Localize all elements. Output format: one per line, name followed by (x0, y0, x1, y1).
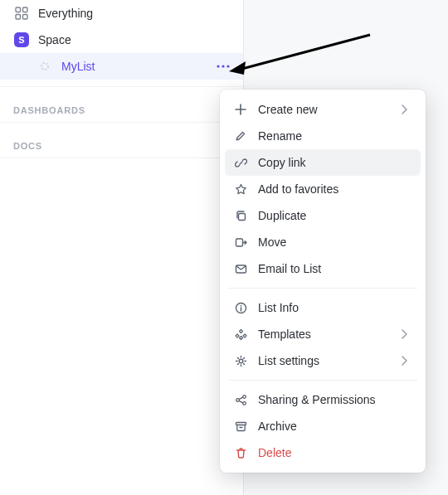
move-icon (233, 235, 248, 250)
svg-point-7 (226, 65, 229, 67)
menu-item-create-new[interactable]: Create new (225, 96, 421, 123)
mail-icon (233, 261, 248, 276)
chevron-right-icon (401, 356, 412, 366)
menu-item-copy-link[interactable]: Copy link (225, 149, 421, 176)
menu-item-label: Copy link (258, 156, 412, 169)
menu-item-move[interactable]: Move (225, 229, 421, 255)
menu-separator (228, 380, 417, 381)
archive-icon (233, 419, 248, 434)
context-menu: Create new Rename Copy link Add to favor… (220, 90, 426, 473)
menu-item-sharing-permissions[interactable]: Sharing & Permissions (225, 386, 421, 413)
link-icon (233, 155, 248, 170)
templates-icon (233, 327, 248, 342)
svg-rect-11 (236, 239, 242, 246)
gear-icon (233, 353, 248, 368)
star-icon (233, 182, 248, 197)
menu-item-archive[interactable]: Archive (225, 413, 421, 439)
chevron-right-icon (401, 104, 412, 114)
sidebar-item-label: MyList (61, 60, 213, 73)
svg-point-4 (41, 63, 48, 70)
svg-rect-10 (238, 213, 245, 220)
sidebar-section-docs[interactable]: DOCS (0, 123, 243, 158)
info-icon (233, 300, 248, 315)
sidebar: Everything S Space MyList (0, 0, 244, 495)
menu-item-label: Add to favorites (258, 182, 412, 196)
duplicate-icon (233, 208, 248, 223)
sidebar-item-label: Everything (38, 7, 233, 20)
svg-point-18 (242, 401, 246, 405)
sidebar-item-everything[interactable]: Everything (0, 0, 243, 27)
menu-item-label: List settings (258, 354, 401, 367)
list-icon (37, 58, 53, 75)
trash-icon (233, 445, 248, 460)
section-label: DOCS (13, 141, 42, 151)
everything-icon (13, 5, 30, 22)
menu-item-delete[interactable]: Delete (225, 439, 421, 466)
svg-rect-1 (23, 7, 28, 12)
menu-item-duplicate[interactable]: Duplicate (225, 202, 421, 229)
sidebar-section-dashboards[interactable]: DASHBOARDS (0, 86, 243, 123)
menu-item-label: Archive (258, 420, 412, 433)
menu-item-list-info[interactable]: List Info (225, 294, 421, 321)
svg-point-17 (236, 398, 239, 401)
svg-point-6 (222, 65, 224, 67)
svg-point-14 (240, 304, 241, 306)
app-screenshot: Everything S Space MyList (0, 0, 448, 495)
menu-item-label: Email to List (258, 262, 412, 275)
menu-item-label: List Info (258, 301, 412, 314)
space-icon: S (13, 32, 30, 48)
menu-item-label: Duplicate (258, 209, 412, 222)
sidebar-item-mylist[interactable]: MyList (0, 53, 243, 80)
menu-item-label: Delete (258, 446, 412, 459)
svg-rect-0 (16, 7, 21, 12)
menu-item-rename[interactable]: Rename (225, 123, 421, 149)
menu-separator (228, 288, 417, 289)
menu-item-label: Create new (258, 103, 401, 116)
svg-rect-2 (16, 15, 21, 20)
pencil-icon (233, 129, 248, 143)
share-icon (233, 392, 248, 407)
menu-item-list-settings[interactable]: List settings (225, 347, 421, 374)
plus-icon (233, 102, 248, 117)
menu-item-email-to-list[interactable]: Email to List (225, 255, 421, 282)
space-badge: S (14, 32, 29, 47)
menu-item-templates[interactable]: Templates (225, 321, 421, 347)
menu-item-label: Rename (258, 129, 412, 143)
menu-item-label: Move (258, 235, 412, 249)
sidebar-item-space[interactable]: S Space (0, 27, 243, 53)
more-actions-button[interactable] (213, 56, 233, 76)
menu-item-add-to-favorites[interactable]: Add to favorites (225, 176, 421, 202)
svg-rect-3 (23, 15, 28, 20)
svg-rect-19 (236, 422, 246, 425)
section-label: DASHBOARDS (13, 105, 85, 115)
svg-point-15 (239, 359, 243, 363)
chevron-right-icon (401, 329, 412, 339)
sidebar-item-label: Space (38, 33, 233, 46)
menu-item-label: Templates (258, 328, 401, 341)
menu-item-label: Sharing & Permissions (258, 393, 412, 406)
svg-point-5 (217, 65, 219, 67)
svg-point-16 (242, 395, 246, 398)
